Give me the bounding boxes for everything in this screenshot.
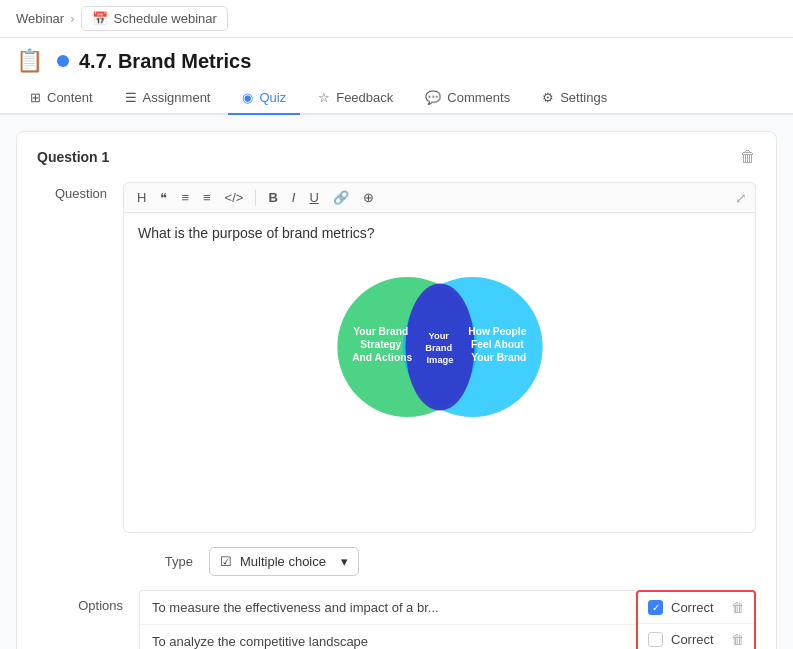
correct-checkbox-1[interactable]: ✓ — [648, 600, 663, 615]
toolbar-ul-btn[interactable]: ≡ — [176, 187, 194, 208]
options-wrapper: To measure the effectiveness and impact … — [139, 590, 756, 649]
option-input-row[interactable]: To measure the effectiveness and impact … — [140, 591, 636, 625]
delete-option-2-button[interactable]: 🗑 — [731, 632, 744, 647]
correct-checkbox-2[interactable] — [648, 632, 663, 647]
schedule-webinar-button[interactable]: 📅 Schedule webinar — [81, 6, 228, 31]
question-card: Question 1 🗑 Question H ❝ ≡ ≡ </> B I U … — [16, 131, 777, 649]
options-inputs: To measure the effectiveness and impact … — [139, 590, 636, 649]
toolbar-code-btn[interactable]: </> — [220, 187, 249, 208]
question-text: What is the purpose of brand metrics? — [138, 225, 741, 241]
svg-text:Your Brand
                Str: Your Brand Strategy And Actions — [352, 326, 412, 363]
type-select-dropdown[interactable]: ☑ Multiple choice ▾ — [209, 547, 359, 576]
type-field-label: Type — [123, 554, 193, 569]
svg-text:How People
                Fee: How People Feel About Your Brand — [468, 326, 529, 363]
editor-toolbar: H ❝ ≡ ≡ </> B I U 🔗 ⊕ ⤢ — [123, 182, 756, 213]
toolbar-bold-btn[interactable]: B — [263, 187, 282, 208]
svg-text:Your
                Brand
   : Your Brand Image — [425, 331, 455, 365]
settings-tab-icon: ⚙ — [542, 90, 554, 105]
toolbar-underline-btn[interactable]: U — [304, 187, 323, 208]
top-bar: Webinar › 📅 Schedule webinar — [0, 0, 793, 38]
tab-assignment[interactable]: ☰ Assignment — [111, 82, 225, 115]
assignment-tab-icon: ☰ — [125, 90, 137, 105]
toolbar-heading-btn[interactable]: H — [132, 187, 151, 208]
toolbar-expand-btn[interactable]: ⤢ — [735, 190, 747, 206]
toolbar-ol-btn[interactable]: ≡ — [198, 187, 216, 208]
question-label: Question 1 — [37, 149, 109, 165]
question-field-label: Question — [37, 182, 107, 533]
options-correct-panel: ✓ Correct 🗑 Correct 🗑 Correct 🗑 — [636, 590, 756, 649]
correct-row-1: ✓ Correct 🗑 — [638, 592, 754, 624]
quiz-tab-icon: ◉ — [242, 90, 253, 105]
schedule-btn-label: Schedule webinar — [114, 11, 217, 26]
editor-body[interactable]: What is the purpose of brand metrics? — [123, 213, 756, 533]
breadcrumb-parent: Webinar — [16, 11, 64, 26]
toolbar-image-btn[interactable]: ⊕ — [358, 187, 379, 208]
page-header: 📋 4.7. Brand Metrics — [0, 38, 793, 74]
breadcrumb-separator: › — [70, 11, 74, 26]
delete-option-1-button[interactable]: 🗑 — [731, 600, 744, 615]
tab-comments[interactable]: 💬 Comments — [411, 82, 524, 115]
options-field-label: Options — [53, 590, 123, 649]
delete-question-button[interactable]: 🗑 — [740, 148, 756, 166]
toolbar-italic-btn[interactable]: I — [287, 187, 301, 208]
quiz-tab-label: Quiz — [259, 90, 286, 105]
calendar-icon: 📅 — [92, 11, 108, 26]
breadcrumb: Webinar › 📅 Schedule webinar — [16, 6, 228, 31]
type-row: Type ☑ Multiple choice ▾ — [37, 547, 756, 576]
options-section: Options To measure the effectiveness and… — [37, 590, 756, 649]
tab-feedback[interactable]: ☆ Feedback — [304, 82, 407, 115]
venn-diagram: Your Brand Strategy And Actions Your Bra… — [138, 257, 741, 437]
page-title: 4.7. Brand Metrics — [79, 50, 251, 73]
option-input-row[interactable]: To analyze the competitive landscape — [140, 625, 636, 649]
question-editor: H ❝ ≡ ≡ </> B I U 🔗 ⊕ ⤢ What is the purp… — [123, 182, 756, 533]
feedback-tab-label: Feedback — [336, 90, 393, 105]
toolbar-link-btn[interactable]: 🔗 — [328, 187, 354, 208]
chevron-down-icon: ▾ — [341, 554, 348, 569]
checkbox-icon: ☑ — [220, 554, 232, 569]
toolbar-blockquote-btn[interactable]: ❝ — [155, 187, 172, 208]
type-select-value: Multiple choice — [240, 554, 326, 569]
tabs-nav: ⊞ Content ☰ Assignment ◉ Quiz ☆ Feedback… — [0, 82, 793, 115]
tab-settings[interactable]: ⚙ Settings — [528, 82, 621, 115]
options-container: To measure the effectiveness and impact … — [139, 590, 756, 649]
feedback-tab-icon: ☆ — [318, 90, 330, 105]
toolbar-separator — [255, 190, 256, 206]
correct-label-2: Correct — [671, 632, 714, 647]
venn-svg: Your Brand Strategy And Actions Your Bra… — [300, 257, 580, 437]
page-type-icon: 📋 — [16, 48, 43, 74]
content-tab-icon: ⊞ — [30, 90, 41, 105]
question-row: Question H ❝ ≡ ≡ </> B I U 🔗 ⊕ ⤢ — [37, 182, 756, 533]
content-tab-label: Content — [47, 90, 93, 105]
tab-quiz[interactable]: ◉ Quiz — [228, 82, 300, 115]
main-content: Question 1 🗑 Question H ❝ ≡ ≡ </> B I U … — [0, 115, 793, 649]
comments-tab-label: Comments — [447, 90, 510, 105]
comments-tab-icon: 💬 — [425, 90, 441, 105]
question-header: Question 1 🗑 — [37, 148, 756, 166]
tab-content[interactable]: ⊞ Content — [16, 82, 107, 115]
settings-tab-label: Settings — [560, 90, 607, 105]
correct-label-1: Correct — [671, 600, 714, 615]
assignment-tab-label: Assignment — [143, 90, 211, 105]
status-dot — [57, 55, 69, 67]
correct-row-2: Correct 🗑 — [638, 624, 754, 649]
